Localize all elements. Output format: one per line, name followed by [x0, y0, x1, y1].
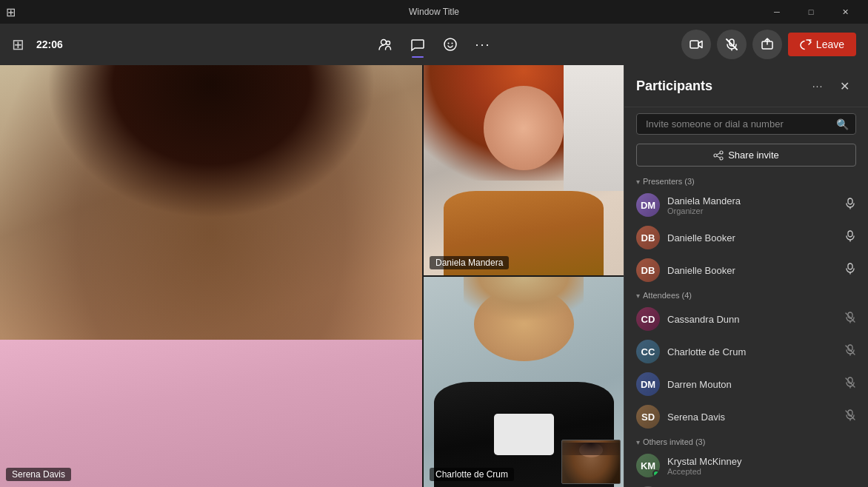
svg-rect-19: [848, 263, 852, 269]
mic-muted-sd: [844, 409, 856, 424]
participant-info-dm: Daniela Mandera Organizer: [667, 195, 837, 215]
mic-button[interactable]: [717, 30, 747, 59]
bottom-video-name: Charlotte de Crum: [430, 468, 514, 481]
avatar-krystal-mckinney: KM: [636, 454, 660, 477]
minimize-button[interactable]: ─: [760, 0, 794, 24]
participant-danielle-booker-1[interactable]: DB Danielle Booker: [624, 221, 868, 254]
participant-danielle-booker-2[interactable]: DB Danielle Booker: [624, 254, 868, 286]
participant-name-dmouton: Darren Mouton: [667, 379, 837, 390]
reactions-button[interactable]: [435, 30, 465, 59]
presenters-section-header: ▾ Presenters (3): [624, 172, 868, 189]
svg-line-14: [717, 156, 720, 158]
toolbar: ⊞ 22:06 ···: [0, 24, 868, 65]
participant-name-sd: Serena Davis: [667, 412, 837, 423]
avatar-serena-davis: SD: [636, 405, 660, 429]
participant-info-km: Krystal McKinney Accepted: [667, 456, 856, 476]
share-invite-label: Share invite: [728, 150, 779, 161]
main-video-name: Serena Davis: [6, 468, 71, 481]
mic-icon-dm: [844, 198, 856, 212]
participant-cassandra-dunn[interactable]: CD Cassandra Dunn: [624, 303, 868, 335]
video-cell-top[interactable]: Daniela Mandera: [424, 65, 624, 275]
mic-muted-dmouton: [844, 377, 856, 392]
meeting-time: 22:06: [36, 38, 63, 50]
svg-point-2: [444, 38, 456, 50]
svg-point-4: [452, 43, 453, 44]
presenters-chevron: ▾: [636, 178, 640, 186]
participant-info-cd: Cassandra Dunn: [667, 314, 837, 325]
participant-darren-mouton[interactable]: DM Darren Mouton: [624, 368, 868, 400]
participant-info-cdc: Charlotte de Crum: [667, 346, 837, 357]
participant-name-db1: Danielle Booker: [667, 232, 837, 243]
attendees-section-header: ▾ Attendees (4): [624, 286, 868, 303]
svg-rect-17: [848, 231, 852, 237]
mic-muted-cdc: [844, 344, 856, 359]
video-main[interactable]: Serena Davis: [0, 65, 422, 487]
title-bar-left: ⊞: [6, 5, 16, 19]
others-label: Others invited (3): [643, 437, 705, 446]
presenters-label: Presenters (3): [643, 177, 695, 186]
participant-sub-dm: Organizer: [667, 206, 837, 215]
participant-charlotte-de-crum[interactable]: CC Charlotte de Crum: [624, 335, 868, 368]
participant-info-db1: Danielle Booker: [667, 232, 837, 243]
title-bar: ⊞ Window Title ─ □ ✕: [0, 0, 868, 24]
participants-more-button[interactable]: ···: [806, 74, 829, 98]
participant-name-cdc: Charlotte de Crum: [667, 346, 837, 357]
toolbar-right: Leave: [575, 30, 856, 59]
window-title: Window Title: [409, 7, 459, 17]
close-icon: ✕: [840, 79, 849, 93]
svg-point-0: [381, 40, 387, 45]
share-button[interactable]: [752, 30, 782, 59]
more-button[interactable]: ···: [468, 30, 498, 59]
participant-miguel-silva[interactable]: MS Miguel Silva Declined: [624, 482, 868, 487]
svg-point-11: [720, 151, 723, 154]
more-icon: ···: [812, 80, 824, 92]
sidebar-title: Participants: [636, 78, 712, 94]
svg-rect-5: [690, 41, 698, 48]
svg-line-13: [717, 153, 720, 155]
attendees-chevron: ▾: [636, 292, 640, 300]
participant-sub-km: Accepted: [667, 467, 856, 476]
close-button[interactable]: ✕: [828, 0, 862, 24]
participant-name-dm: Daniela Mandera: [667, 195, 837, 206]
top-video-name: Daniela Mandera: [430, 256, 509, 269]
grid-view-icon: ⊞: [12, 36, 24, 53]
video-cell-bottom[interactable]: Charlotte de Crum: [424, 277, 624, 487]
svg-point-3: [448, 43, 450, 44]
chat-button[interactable]: [403, 30, 433, 59]
search-bar: 🔍: [636, 113, 856, 135]
search-input[interactable]: [636, 113, 856, 135]
participants-button[interactable]: [370, 30, 400, 59]
share-invite-button[interactable]: Share invite: [636, 144, 856, 167]
others-section-header: ▾ Others invited (3): [624, 433, 868, 449]
window-controls: ─ □ ✕: [760, 0, 862, 24]
participants-sidebar: Participants ··· ✕ 🔍: [624, 65, 868, 487]
toolbar-center: ···: [293, 30, 575, 59]
avatar-daniela-mandera: DM: [636, 193, 660, 217]
avatar-charlotte-de-crum: CC: [636, 340, 660, 363]
participant-daniela-mandera[interactable]: DM Daniela Mandera Organizer: [624, 189, 868, 221]
participant-krystal-mckinney[interactable]: KM Krystal McKinney Accepted: [624, 449, 868, 482]
main-content: Serena Davis Daniela Mandera: [0, 65, 868, 487]
status-dot-km: [652, 470, 660, 477]
mic-icon-db2: [844, 263, 856, 278]
camera-button[interactable]: [681, 30, 711, 59]
leave-button[interactable]: Leave: [788, 33, 856, 56]
sidebar-close-button[interactable]: ✕: [832, 74, 856, 98]
avatar-darren-mouton: DM: [636, 372, 660, 396]
maximize-button[interactable]: □: [794, 0, 828, 24]
participant-serena-davis[interactable]: SD Serena Davis: [624, 400, 868, 433]
avatar-danielle-booker-2: DB: [636, 258, 660, 282]
participants-list: ▾ Presenters (3) DM Daniela Mandera Orga…: [624, 172, 868, 487]
toolbar-left: ⊞ 22:06: [12, 36, 293, 53]
participant-info-sd: Serena Davis: [667, 412, 837, 423]
svg-line-32: [846, 411, 855, 420]
app-grid-icon: ⊞: [6, 5, 16, 19]
participant-info-dmouton: Darren Mouton: [667, 379, 837, 390]
svg-line-26: [846, 346, 855, 355]
svg-point-12: [720, 157, 723, 160]
sidebar-header: Participants ··· ✕: [624, 65, 868, 107]
search-icon: 🔍: [836, 118, 849, 130]
leave-label: Leave: [816, 38, 844, 50]
others-chevron: ▾: [636, 438, 640, 446]
svg-rect-15: [848, 198, 852, 204]
